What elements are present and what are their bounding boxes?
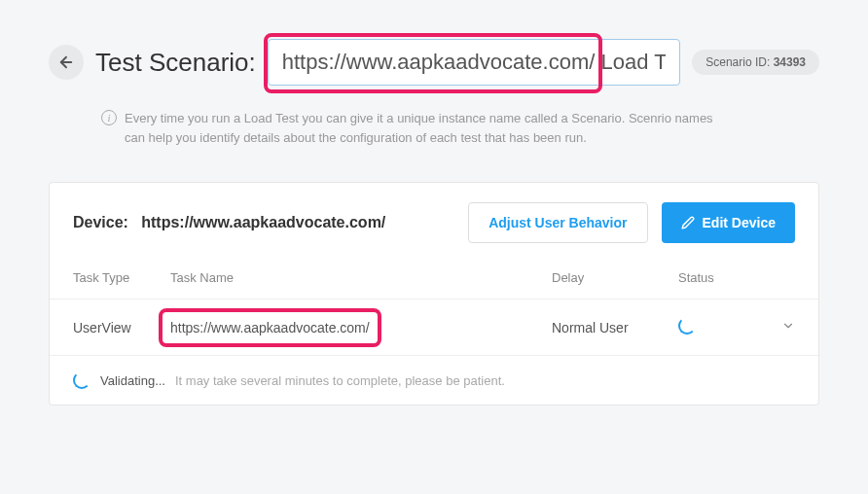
col-header-tasktype: Task Type (73, 270, 170, 285)
edit-device-button[interactable]: Edit Device (662, 202, 795, 243)
arrow-left-icon (57, 53, 75, 71)
scenario-name-input[interactable] (268, 39, 681, 86)
loading-spinner-icon (73, 371, 90, 389)
device-url: https://www.aapkaadvocate.com/ (141, 214, 385, 230)
scenario-id-label: Scenario ID: (705, 55, 770, 69)
device-card: Device: https://www.aapkaadvocate.com/ A… (49, 182, 819, 406)
scenario-id-value: 34393 (774, 55, 806, 69)
loading-spinner-icon (678, 317, 696, 335)
expand-row-button[interactable] (766, 319, 795, 335)
table-row[interactable]: UserView https://www.aapkaadvocate.com/ … (50, 299, 818, 355)
device-label: Device: (73, 214, 128, 230)
cell-tasktype: UserView (73, 320, 170, 335)
info-text: Every time you run a Load Test you can g… (125, 109, 724, 147)
device-label-row: Device: https://www.aapkaadvocate.com/ (73, 214, 385, 231)
scenario-label: Test Scenario: (95, 48, 256, 78)
cell-delay: Normal User (552, 320, 678, 335)
col-header-status: Status (678, 270, 766, 285)
edit-device-label: Edit Device (703, 215, 776, 230)
validating-label: Validating... (100, 373, 165, 388)
col-header-delay: Delay (552, 270, 678, 285)
adjust-user-behavior-button[interactable]: Adjust User Behavior (468, 202, 647, 243)
cell-taskname: https://www.aapkaadvocate.com/ (170, 320, 370, 335)
back-button[interactable] (49, 45, 84, 80)
col-header-taskname: Task Name (170, 270, 552, 285)
info-icon: i (101, 110, 117, 125)
scenario-id-badge: Scenario ID: 34393 (692, 50, 819, 75)
validating-row: Validating... It may take several minute… (50, 355, 818, 405)
table-header: Task Type Task Name Delay Status (50, 263, 818, 299)
validating-message: It may take several minutes to complete,… (175, 373, 505, 388)
pencil-icon (681, 216, 695, 229)
chevron-down-icon (781, 319, 795, 333)
adjust-user-behavior-label: Adjust User Behavior (488, 215, 627, 230)
